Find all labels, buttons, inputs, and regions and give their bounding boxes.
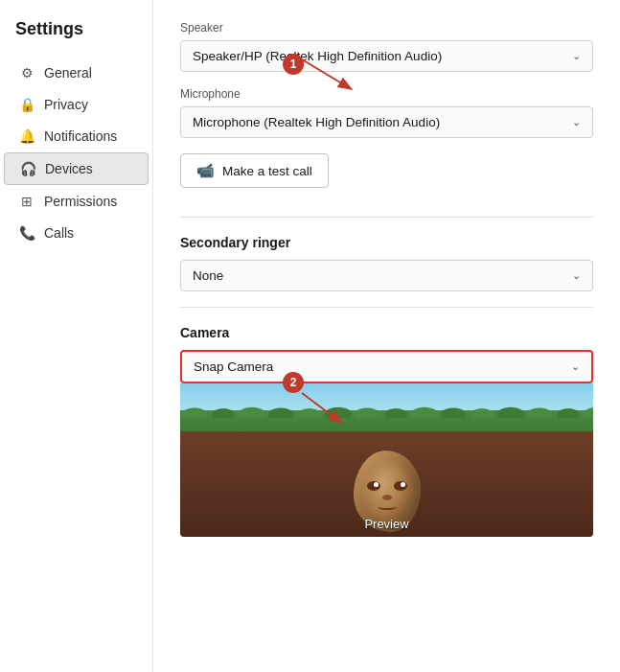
potato-nose <box>382 495 392 500</box>
potato-right-eye <box>394 481 407 491</box>
lock-icon: 🔒 <box>19 97 34 112</box>
annotation-badge-1: 1 <box>283 54 304 75</box>
sidebar-item-notifications[interactable]: 🔔 Notifications <box>4 121 149 151</box>
potato-left-eye <box>367 481 380 491</box>
secondary-ringer-section: Secondary ringer None ⌄ <box>180 235 593 291</box>
microphone-label: Microphone <box>180 87 593 101</box>
soil-background: Preview <box>180 431 593 537</box>
test-call-label: Make a test call <box>222 164 312 178</box>
sidebar: Settings ⚙ General 🔒 Privacy 🔔 Notificat… <box>0 0 153 672</box>
grid-icon: ⊞ <box>19 194 34 209</box>
sidebar-item-label: Devices <box>45 161 93 176</box>
camera-dropdown[interactable]: Snap Camera ⌄ <box>180 350 593 383</box>
sidebar-item-label: General <box>44 65 92 81</box>
sidebar-item-label: Permissions <box>44 194 117 209</box>
chevron-down-icon: ⌄ <box>571 360 580 373</box>
main-panel: Speaker Speaker/HP (Realtek High Definit… <box>153 0 620 558</box>
potato-mouth <box>378 504 397 510</box>
speaker-label: Speaker <box>180 21 593 35</box>
chevron-down-icon: ⌄ <box>572 269 581 282</box>
chevron-down-icon: ⌄ <box>572 50 581 62</box>
grass-strip <box>180 410 593 431</box>
sidebar-item-label: Privacy <box>44 97 88 112</box>
speaker-dropdown[interactable]: Speaker/HP (Realtek High Definition Audi… <box>180 40 593 72</box>
preview-scene: Preview <box>180 383 593 537</box>
camera-section: Camera Snap Camera ⌄ <box>180 325 593 537</box>
make-test-call-button[interactable]: 📹 Make a test call <box>180 153 329 188</box>
sidebar-item-permissions[interactable]: ⊞ Permissions <box>4 186 149 217</box>
sidebar-item-label: Calls <box>44 225 74 241</box>
divider-2 <box>180 307 593 308</box>
divider-1 <box>180 217 593 218</box>
headset-icon: 🎧 <box>20 161 35 176</box>
bell-icon: 🔔 <box>19 128 34 144</box>
chevron-down-icon: ⌄ <box>572 116 581 128</box>
phone-icon: 📞 <box>19 225 34 241</box>
sidebar-item-general[interactable]: ⚙ General <box>4 58 149 88</box>
annotation-badge-2: 2 <box>283 372 304 393</box>
gear-icon: ⚙ <box>19 65 34 81</box>
secondary-ringer-value: None <box>193 268 223 283</box>
sidebar-item-devices[interactable]: 🎧 Devices <box>4 152 149 185</box>
sidebar-item-privacy[interactable]: 🔒 Privacy <box>4 89 149 120</box>
microphone-value: Microphone (Realtek High Definition Audi… <box>193 115 440 129</box>
preview-label: Preview <box>180 517 593 531</box>
secondary-ringer-title: Secondary ringer <box>180 235 593 250</box>
test-call-icon: 📹 <box>196 162 215 179</box>
microphone-dropdown[interactable]: Microphone (Realtek High Definition Audi… <box>180 106 593 138</box>
sidebar-item-label: Notifications <box>44 128 117 144</box>
camera-preview: Preview <box>180 383 593 537</box>
main-content-wrapper: 1 2 Speaker <box>153 0 620 672</box>
microphone-section: Microphone Microphone (Realtek High Defi… <box>180 87 593 138</box>
speaker-value: Speaker/HP (Realtek High Definition Audi… <box>193 49 442 63</box>
grass-bumps <box>180 405 593 418</box>
settings-title: Settings <box>0 19 152 57</box>
camera-title: Camera <box>180 325 593 340</box>
sidebar-item-calls[interactable]: 📞 Calls <box>4 218 149 248</box>
speaker-section: Speaker Speaker/HP (Realtek High Definit… <box>180 21 593 72</box>
secondary-ringer-dropdown[interactable]: None ⌄ <box>180 260 593 291</box>
camera-value: Snap Camera <box>194 359 273 374</box>
